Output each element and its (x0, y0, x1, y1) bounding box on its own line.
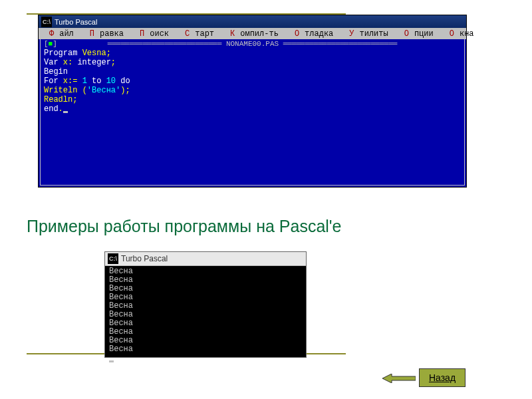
back-button-label: Назад (429, 372, 456, 383)
menu-item[interactable]: Файл (39, 29, 79, 39)
text-cursor (109, 360, 114, 362)
output-titlebar: C:\ Turbo Pascal (105, 252, 306, 266)
output-window: C:\ Turbo Pascal Весна Весна Весна Весна… (104, 251, 307, 358)
menu-item[interactable]: Правка (79, 29, 129, 39)
menu-bar[interactable]: ФайлПравкаПоискСтартКомпил-тьОтладкаУтил… (39, 28, 466, 39)
slide-heading: Примеры работы программы на Pascal'e (27, 216, 399, 236)
menu-item[interactable]: Компил-ть (219, 29, 284, 39)
system-menu-icon[interactable]: C:\ (108, 253, 118, 264)
slide: C:\ Turbo Pascal ФайлПравкаПоискСтартКом… (0, 0, 532, 399)
menu-item[interactable]: Окна (439, 29, 479, 39)
turbo-pascal-window: C:\ Turbo Pascal ФайлПравкаПоискСтартКом… (38, 15, 467, 188)
arrow-left-icon (382, 374, 416, 383)
system-menu-icon[interactable]: C:\ (41, 17, 52, 27)
menu-item[interactable]: Утилиты (338, 29, 393, 39)
back-button[interactable]: Назад (419, 368, 466, 387)
menu-item[interactable]: Старт (174, 29, 219, 39)
window-title: Turbo Pascal (55, 18, 97, 26)
window-titlebar: C:\ Turbo Pascal (39, 15, 466, 28)
menu-item[interactable]: Отладка (284, 29, 338, 39)
menu-item[interactable]: Поиск (129, 29, 174, 39)
text-cursor (63, 111, 68, 113)
editor-area[interactable]: [■] ══════════════════════════ NONAME00.… (39, 39, 466, 187)
svg-marker-0 (382, 374, 416, 383)
console-output: Весна Весна Весна Весна Весна Весна Весн… (105, 266, 306, 357)
source-code: Program Vesna;Var x: integer;BeginFor x:… (44, 49, 130, 114)
output-window-title: Turbo Pascal (121, 254, 168, 263)
menu-item[interactable]: Опции (394, 29, 439, 39)
